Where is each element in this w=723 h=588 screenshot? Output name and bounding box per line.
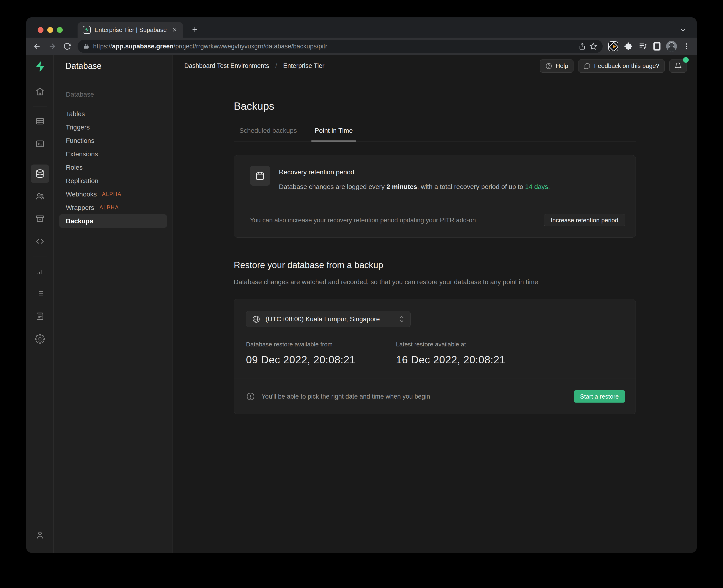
tab-title: Enterprise Tier | Supabase xyxy=(95,26,168,34)
sidebar-title: Database xyxy=(54,55,172,77)
tab-point-in-time[interactable]: Point in Time xyxy=(311,127,356,142)
retention-description: Database changes are logged every 2 minu… xyxy=(279,183,550,191)
forward-icon[interactable] xyxy=(47,42,57,51)
supabase-logo-icon[interactable] xyxy=(35,61,45,72)
feedback-button[interactable]: Feedback on this page? xyxy=(578,60,665,72)
timezone-value: (UTC+08:00) Kuala Lumpur, Singapore xyxy=(266,315,393,323)
breadcrumb-separator: / xyxy=(275,62,277,69)
restore-card: (UTC+08:00) Kuala Lumpur, Singapore Data… xyxy=(234,299,636,414)
header-actions: Help Feedback on this page? xyxy=(540,60,687,72)
sidebar-item-wrappers[interactable]: WrappersALPHA xyxy=(59,201,167,214)
close-window-button[interactable] xyxy=(38,27,43,33)
sidebar-menu: Database Tables Triggers Functions Exten… xyxy=(54,77,172,228)
content-area: Backups Scheduled backups Point in Time … xyxy=(173,77,697,553)
breadcrumb: Dashboard Test Environments / Enterprise… xyxy=(184,62,324,69)
restore-note: You'll be able to pick the right date an… xyxy=(262,393,430,400)
minimize-window-button[interactable] xyxy=(47,27,53,33)
chat-bubble-icon xyxy=(584,63,591,69)
browser-window: Enterprise Tier | Supabase https://app.s… xyxy=(26,17,697,553)
sidebar-item-extensions[interactable]: Extensions xyxy=(59,147,167,161)
bell-icon xyxy=(674,62,682,70)
breadcrumb-org[interactable]: Dashboard Test Environments xyxy=(184,62,269,69)
info-circle-icon xyxy=(246,392,255,401)
address-bar[interactable]: https://app.supabase.green/project/rrgwr… xyxy=(78,40,603,53)
rail-storage-icon[interactable] xyxy=(31,210,49,228)
backups-tabs: Scheduled backups Point in Time xyxy=(234,127,636,142)
database-sidebar: Database Database Tables Triggers Functi… xyxy=(54,55,173,553)
bookmark-star-icon[interactable] xyxy=(590,43,597,50)
url-text: https://app.supabase.green/project/rrgwr… xyxy=(93,43,575,50)
retention-period-card: Recovery retention period Database chang… xyxy=(234,155,636,237)
tab-scheduled-backups[interactable]: Scheduled backups xyxy=(236,127,300,142)
sidebar-section-label: Database xyxy=(59,91,167,98)
start-restore-button[interactable]: Start a restore xyxy=(574,390,625,403)
sidebar-item-replication[interactable]: Replication xyxy=(59,174,167,188)
browser-tab[interactable]: Enterprise Tier | Supabase xyxy=(78,22,183,38)
nav-rail xyxy=(26,55,54,553)
help-button[interactable]: Help xyxy=(540,60,574,72)
restore-section-subtitle: Database changes are watched and recorde… xyxy=(234,278,636,286)
sidebar-item-tables[interactable]: Tables xyxy=(59,107,167,121)
restore-to-block: Latest restore available at 16 Dec 2022,… xyxy=(396,341,505,366)
supabase-favicon-icon xyxy=(83,26,91,34)
main-header: Dashboard Test Environments / Enterprise… xyxy=(173,55,697,77)
side-panel-icon[interactable] xyxy=(654,42,660,50)
rail-database-icon[interactable] xyxy=(31,165,49,183)
new-tab-button[interactable] xyxy=(191,25,199,34)
tab-search-chevron-icon[interactable] xyxy=(679,26,687,34)
reload-icon[interactable] xyxy=(63,42,72,51)
alpha-badge: ALPHA xyxy=(99,205,119,211)
restore-from-label: Database restore available from xyxy=(246,341,396,348)
main-panel: Dashboard Test Environments / Enterprise… xyxy=(173,55,697,553)
rail-divider xyxy=(33,256,47,256)
rail-home-icon[interactable] xyxy=(31,82,49,101)
rail-logs-icon[interactable] xyxy=(31,285,49,303)
breadcrumb-project[interactable]: Enterprise Tier xyxy=(283,62,325,69)
rail-settings-gear-icon[interactable] xyxy=(31,330,49,348)
sidebar-item-webhooks[interactable]: WebhooksALPHA xyxy=(59,188,167,201)
rail-edge-functions-icon[interactable] xyxy=(31,232,49,251)
timezone-select[interactable]: (UTC+08:00) Kuala Lumpur, Singapore xyxy=(246,311,411,327)
back-icon[interactable] xyxy=(33,42,42,51)
increase-retention-button[interactable]: Increase retention period xyxy=(544,214,625,226)
rail-reports-icon[interactable] xyxy=(31,262,49,280)
rail-account-user-icon[interactable] xyxy=(31,526,49,544)
supabase-app: Database Database Tables Triggers Functi… xyxy=(26,55,697,553)
rail-table-editor-icon[interactable] xyxy=(31,112,49,130)
media-playlist-icon[interactable] xyxy=(638,42,648,51)
close-tab-icon[interactable] xyxy=(171,27,178,33)
help-circle-icon xyxy=(545,63,552,69)
zoom-window-button[interactable] xyxy=(57,27,63,33)
lock-icon xyxy=(83,43,89,49)
browser-toolbar: https://app.supabase.green/project/rrgwr… xyxy=(26,38,697,55)
select-chevrons-icon xyxy=(399,315,405,323)
alpha-badge: ALPHA xyxy=(102,191,122,197)
sidebar-item-functions[interactable]: Functions xyxy=(59,134,167,147)
extensions-puzzle-icon[interactable] xyxy=(624,42,633,51)
browser-profile-avatar[interactable] xyxy=(666,41,677,52)
browser-tab-strip: Enterprise Tier | Supabase xyxy=(26,17,697,38)
notification-dot xyxy=(683,57,689,63)
retention-days-link[interactable]: 14 days xyxy=(525,183,548,190)
rail-api-docs-icon[interactable] xyxy=(31,307,49,326)
screenshot-extension-icon[interactable] xyxy=(608,41,618,51)
rail-sql-editor-icon[interactable] xyxy=(31,135,49,153)
retention-footer-text: You can also increase your recovery rete… xyxy=(250,217,476,224)
sidebar-item-backups[interactable]: Backups xyxy=(59,214,167,228)
page-title: Backups xyxy=(234,100,636,112)
share-icon[interactable] xyxy=(579,43,586,50)
rail-auth-icon[interactable] xyxy=(31,187,49,205)
window-controls xyxy=(38,27,63,33)
restore-from-block: Database restore available from 09 Dec 2… xyxy=(246,341,396,366)
restore-section-title: Restore your database from a backup xyxy=(234,260,636,270)
retention-title: Recovery retention period xyxy=(279,168,550,176)
restore-from-value: 09 Dec 2022, 20:08:21 xyxy=(246,354,396,366)
restore-to-label: Latest restore available at xyxy=(396,341,505,348)
restore-to-value: 16 Dec 2022, 20:08:21 xyxy=(396,354,505,366)
rail-divider xyxy=(33,159,47,159)
notifications xyxy=(669,60,687,72)
browser-menu-kebab-icon[interactable] xyxy=(683,42,690,50)
calendar-icon xyxy=(250,166,270,186)
sidebar-item-roles[interactable]: Roles xyxy=(59,161,167,174)
sidebar-item-triggers[interactable]: Triggers xyxy=(59,121,167,134)
